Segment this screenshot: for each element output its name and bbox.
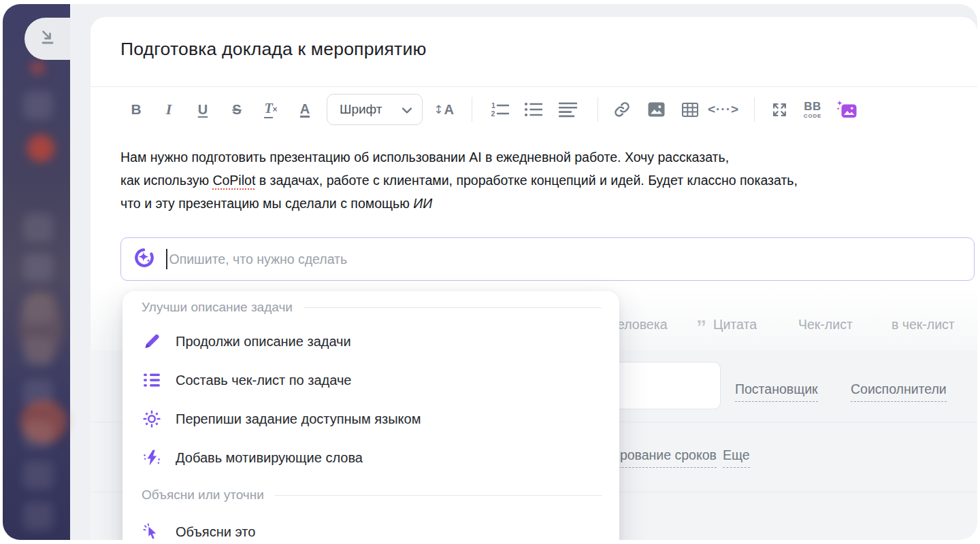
text-color-label: A: [300, 102, 310, 118]
quote-icon: ”: [696, 320, 706, 334]
menu-section-improve: Улучши описание задачи: [142, 298, 602, 317]
to-checklist-label: в чек-лист: [892, 317, 955, 333]
ai-image-button[interactable]: [835, 94, 858, 125]
section-title: Объясни или уточни: [142, 488, 264, 503]
sidebar-collapse-button[interactable]: [24, 18, 70, 60]
co-executors-link[interactable]: Соисполнители: [851, 381, 947, 402]
chevron-down-icon: [402, 102, 412, 117]
menu-section-explain: Объясни или уточни: [142, 486, 602, 505]
menu-item-continue-description[interactable]: Продолжи описание задачи: [122, 322, 619, 360]
font-size-arrow-icon: ↕: [434, 103, 443, 116]
notification-dot: [30, 61, 45, 75]
copilot-text-field[interactable]: [169, 252, 975, 267]
description-line-2b: в задачах, работе с клиентами, проработк…: [255, 173, 798, 188]
table-icon: [682, 103, 698, 117]
clear-format-x: ×: [273, 105, 278, 114]
copilot-icon: [133, 247, 155, 271]
sidebar-haze: [19, 290, 63, 364]
description-line-2: как использую: [120, 173, 212, 188]
sidebar-icon: [23, 420, 53, 449]
checklist-label: Чек-лист: [798, 317, 853, 333]
text-caret: [166, 249, 167, 269]
bullet-list-button[interactable]: [522, 94, 544, 125]
description-emphasis: ИИ: [413, 196, 432, 211]
bbcode-button[interactable]: BB CODE: [800, 94, 826, 125]
strikethrough-label: S: [232, 102, 241, 118]
menu-item-label: Перепиши задание доступным языком: [176, 411, 421, 427]
section-title: Улучши описание задачи: [142, 300, 293, 315]
bold-button[interactable]: B: [127, 94, 145, 125]
text-color-button[interactable]: A: [296, 94, 314, 125]
code-icon: <···>: [708, 102, 739, 117]
assigner-label: Постановщик: [735, 381, 818, 396]
sidebar-icon: [23, 214, 53, 242]
link-icon: [613, 101, 631, 118]
menu-item-add-motivation[interactable]: Добавь мотивирующие слова: [122, 439, 619, 477]
sidebar-icon: [23, 253, 53, 282]
sidebar-icon: [23, 502, 53, 530]
quote-label: Цитата: [713, 317, 757, 333]
bbcode-top-label: BB: [804, 101, 821, 112]
clear-format-button[interactable]: T×: [261, 94, 281, 125]
italic-button[interactable]: I: [161, 94, 177, 125]
collapse-icon: [37, 27, 58, 50]
numbered-list-button[interactable]: 1 2: [489, 94, 510, 125]
toolbar-divider: [472, 97, 472, 122]
strikethrough-button[interactable]: S: [228, 94, 246, 125]
menu-item-label: Составь чек-лист по задаче: [176, 373, 351, 388]
cursor-click-icon: [143, 523, 161, 540]
numbered-list-icon: 1 2: [491, 101, 509, 118]
more-link[interactable]: Еще: [723, 447, 750, 468]
insert-link-button[interactable]: [611, 94, 633, 125]
assigner-link[interactable]: Постановщик: [735, 381, 818, 402]
sun-icon: [143, 410, 161, 428]
svg-text:2: 2: [491, 109, 495, 118]
align-left-button[interactable]: [556, 94, 579, 125]
insert-image-button[interactable]: [646, 94, 666, 125]
svg-text:1: 1: [491, 101, 495, 109]
lightning-icon: [143, 449, 161, 466]
copilot-prompt-input[interactable]: [120, 237, 975, 281]
bbcode-icon: BB CODE: [804, 101, 821, 119]
description-line-1: Нам нужно подготовить презентацию об исп…: [120, 150, 729, 165]
bullet-list-icon: [524, 101, 542, 118]
bold-label: B: [131, 101, 141, 118]
insert-code-button[interactable]: <···>: [708, 94, 738, 125]
toolbar-divider: [598, 97, 598, 122]
task-description[interactable]: Нам нужно подготовить презентацию об исп…: [120, 146, 977, 215]
divider: [91, 86, 977, 87]
task-panel: Подготовка доклада к мероприятию B I U S…: [91, 17, 977, 540]
fullscreen-button[interactable]: [768, 94, 790, 125]
expand-icon: [771, 101, 788, 118]
to-checklist-button[interactable]: в чек-лист: [892, 314, 955, 335]
checklist-button[interactable]: Чек-лист: [798, 314, 853, 335]
italic-label: I: [166, 101, 172, 118]
image-icon: [648, 102, 665, 117]
description-line-3: что и эту презентацию мы сделали с помощ…: [120, 196, 413, 211]
pen-icon: [143, 333, 161, 350]
task-title: Подготовка доклада к мероприятию: [120, 39, 427, 60]
menu-item-label: Продолжи описание задачи: [176, 334, 351, 350]
underline-label: U: [198, 102, 208, 118]
quote-button[interactable]: ” Цитата: [696, 314, 757, 335]
misspelled-word: CoPilot: [212, 173, 255, 188]
sidebar: [3, 4, 70, 540]
underline-button[interactable]: U: [194, 94, 212, 125]
toolbar-divider: [754, 97, 755, 122]
clear-format-t: T: [264, 101, 272, 118]
align-left-icon: [559, 101, 577, 118]
font-family-select[interactable]: Шрифт: [327, 94, 423, 125]
copilot-actions-menu: Улучши описание задачи Продолжи описание…: [122, 291, 619, 540]
menu-item-explain-this[interactable]: Объясни это: [122, 513, 619, 540]
menu-item-rewrite-simple[interactable]: Перепиши задание доступным языком: [122, 400, 619, 438]
font-size-button[interactable]: ↕A: [431, 94, 456, 125]
sidebar-icon: [23, 461, 53, 490]
notification-blob: [27, 135, 54, 162]
more-label: Еще: [723, 447, 750, 462]
co-executors-label: Соисполнители: [851, 381, 947, 396]
font-family-value: Шрифт: [340, 102, 382, 117]
sidebar-blurred-icons: [3, 4, 70, 540]
menu-item-make-checklist[interactable]: Составь чек-лист по задаче: [122, 361, 619, 399]
insert-table-button[interactable]: [680, 94, 700, 125]
sidebar-icon: [23, 91, 53, 120]
